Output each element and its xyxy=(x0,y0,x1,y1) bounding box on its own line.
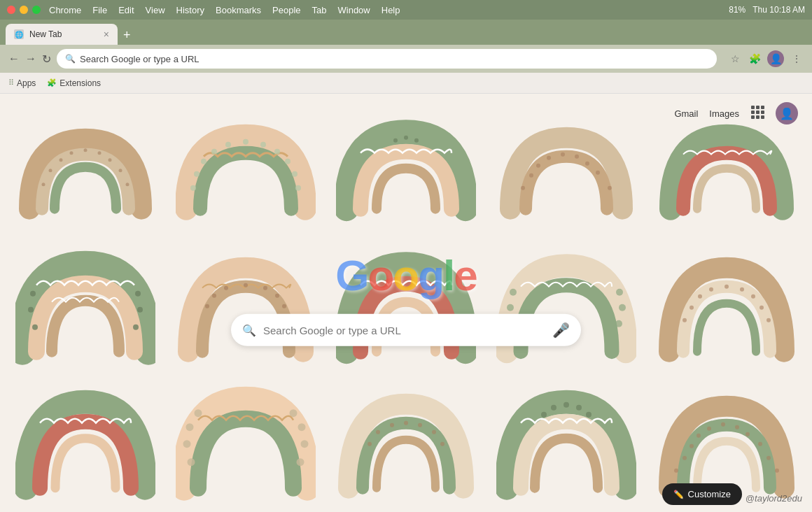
reload-button[interactable]: ↻ xyxy=(42,52,51,66)
svg-point-35 xyxy=(133,325,139,330)
svg-point-26 xyxy=(561,152,565,157)
svg-point-70 xyxy=(390,422,394,427)
svg-point-10 xyxy=(194,171,200,177)
svg-rect-93 xyxy=(761,106,764,109)
menu-bar: Chrome File Edit View History Bookmarks … xyxy=(49,5,400,15)
rainbow-6 xyxy=(7,236,164,369)
svg-point-18 xyxy=(292,171,298,177)
svg-point-37 xyxy=(135,291,141,297)
svg-point-65 xyxy=(301,440,309,448)
extensions-bookmark[interactable]: 🧩 Extensions xyxy=(47,78,101,88)
svg-point-16 xyxy=(274,149,280,155)
svg-point-3 xyxy=(84,148,88,152)
google-logo: Google xyxy=(335,250,477,300)
svg-rect-92 xyxy=(756,106,760,109)
customize-button[interactable]: ✏️ Customize xyxy=(662,483,742,505)
search-magnifier-icon: 🔍 xyxy=(242,323,256,336)
new-tab-button[interactable]: + xyxy=(123,28,131,43)
close-traffic-light[interactable] xyxy=(7,6,15,14)
svg-point-62 xyxy=(186,423,194,431)
title-bar: Chrome File Edit View History Bookmarks … xyxy=(0,0,812,20)
svg-point-80 xyxy=(690,443,694,448)
apps-label: Apps xyxy=(17,78,36,88)
bookmark-icon[interactable]: ☆ xyxy=(728,52,742,66)
svg-point-56 xyxy=(751,294,755,299)
svg-point-85 xyxy=(746,432,750,436)
svg-point-20 xyxy=(404,136,408,140)
svg-point-53 xyxy=(709,287,713,292)
menu-people[interactable]: People xyxy=(272,5,300,15)
svg-point-17 xyxy=(285,159,290,164)
menu-view[interactable]: View xyxy=(146,5,165,15)
extensions-label: Extensions xyxy=(59,78,101,88)
active-tab[interactable]: 🌐 New Tab × xyxy=(6,24,118,45)
traffic-lights xyxy=(7,6,41,14)
svg-point-68 xyxy=(368,441,372,446)
search-input[interactable] xyxy=(263,324,545,336)
svg-point-72 xyxy=(418,422,422,427)
svg-point-83 xyxy=(721,422,725,426)
svg-point-59 xyxy=(766,318,771,322)
menu-edit[interactable]: Edit xyxy=(118,5,134,15)
menu-help[interactable]: Help xyxy=(382,5,400,15)
gmail-link[interactable]: Gmail xyxy=(674,108,698,119)
menu-window[interactable]: Window xyxy=(338,5,370,15)
svg-rect-98 xyxy=(756,115,760,119)
title-bar-left: Chrome File Edit View History Bookmarks … xyxy=(7,5,400,15)
svg-point-2 xyxy=(70,151,74,155)
svg-point-55 xyxy=(740,287,744,292)
chrome-menu-icon[interactable]: ⋮ xyxy=(790,52,804,66)
search-box[interactable]: 🔍 🎤 xyxy=(231,314,581,346)
profile-avatar[interactable]: 👤 xyxy=(776,102,798,125)
svg-point-66 xyxy=(298,423,306,431)
svg-point-60 xyxy=(188,458,195,466)
svg-point-61 xyxy=(183,440,191,448)
url-box[interactable]: 🔍 Search Google or type a URL xyxy=(57,49,717,69)
tab-close-button[interactable]: × xyxy=(104,29,109,40)
apps-bookmark[interactable]: ⠿ Apps xyxy=(8,78,36,88)
menu-chrome[interactable]: Chrome xyxy=(49,5,81,15)
svg-point-78 xyxy=(541,411,547,417)
svg-point-33 xyxy=(28,307,34,313)
google-apps-icon[interactable] xyxy=(750,105,764,122)
rainbow-11 xyxy=(7,373,164,505)
maximize-traffic-light[interactable] xyxy=(32,6,41,14)
svg-point-29 xyxy=(596,171,600,175)
clock: Thu 10:18 AM xyxy=(752,5,805,15)
svg-point-52 xyxy=(698,294,702,299)
svg-point-58 xyxy=(682,318,687,322)
svg-point-87 xyxy=(682,455,687,460)
svg-point-40 xyxy=(224,286,228,290)
menu-history[interactable]: History xyxy=(176,5,204,15)
svg-point-73 xyxy=(432,429,436,434)
menu-tab[interactable]: Tab xyxy=(312,5,327,15)
rainbow-10 xyxy=(648,236,805,369)
svg-point-31 xyxy=(608,186,612,190)
images-link[interactable]: Images xyxy=(709,108,739,119)
address-bar-right: ☆ 🧩 👤 ⋮ xyxy=(728,50,804,67)
svg-point-39 xyxy=(212,294,216,298)
menu-bookmarks[interactable]: Bookmarks xyxy=(216,5,261,15)
rainbow-4 xyxy=(488,101,645,233)
extensions-icon[interactable]: 🧩 xyxy=(748,52,762,66)
forward-button[interactable]: → xyxy=(25,52,36,65)
svg-point-19 xyxy=(295,185,301,191)
svg-point-24 xyxy=(536,164,540,168)
svg-point-77 xyxy=(576,404,582,410)
menu-file[interactable]: File xyxy=(92,5,107,15)
svg-rect-97 xyxy=(751,115,755,119)
minimize-traffic-light[interactable] xyxy=(20,6,28,14)
back-button[interactable]: ← xyxy=(8,52,20,65)
svg-point-76 xyxy=(551,404,556,410)
title-bar-right: 81% Thu 10:18 AM xyxy=(729,5,805,15)
tab-title: New Tab xyxy=(29,29,98,39)
svg-point-49 xyxy=(619,304,626,311)
watermark: @taylord2edu xyxy=(746,493,802,504)
svg-point-89 xyxy=(674,468,678,472)
address-bar: ← → ↻ 🔍 Search Google or type a URL ☆ 🧩 … xyxy=(0,45,812,73)
microphone-icon[interactable]: 🎤 xyxy=(552,322,570,339)
svg-point-8 xyxy=(126,183,130,186)
profile-avatar-small[interactable]: 👤 xyxy=(767,50,784,67)
rainbow-1 xyxy=(7,101,164,233)
svg-point-11 xyxy=(201,159,206,164)
